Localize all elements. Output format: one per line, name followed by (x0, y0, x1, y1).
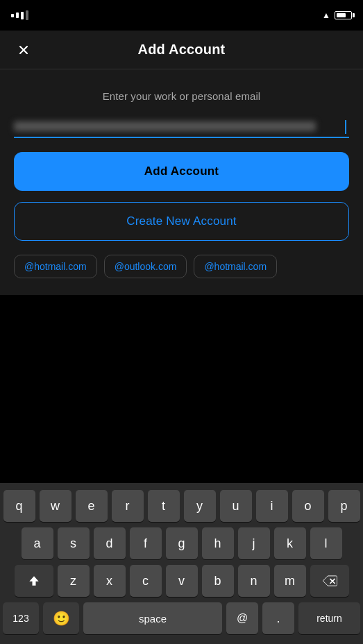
key-r[interactable]: r (112, 490, 144, 522)
key-v[interactable]: v (166, 565, 198, 597)
form-subtitle: Enter your work or personal email (14, 90, 349, 102)
key-b[interactable]: b (202, 565, 234, 597)
key-m[interactable]: m (274, 565, 306, 597)
key-z[interactable]: z (58, 565, 90, 597)
return-key[interactable]: return (298, 602, 360, 634)
shift-key[interactable] (15, 565, 53, 597)
battery-icon (335, 11, 352, 19)
key-j[interactable]: j (238, 527, 270, 559)
suggestion-hotmail[interactable]: @hotmail.com (14, 255, 97, 278)
key-y[interactable]: y (184, 490, 216, 522)
key-a[interactable]: a (22, 527, 53, 559)
key-f[interactable]: f (130, 527, 162, 559)
keyboard-row-2: a s d f g h j k l (3, 527, 360, 559)
battery-fill (337, 13, 346, 17)
main-content: Enter your work or personal email Add Ac… (0, 69, 363, 295)
email-input-container (14, 119, 349, 138)
suggestion-outlook[interactable]: @outlook.com (104, 255, 187, 278)
email-blurred-overlay (14, 121, 316, 131)
signal-bar-4 (26, 10, 28, 20)
key-d[interactable]: d (94, 527, 126, 559)
create-account-button[interactable]: Create New Account (14, 202, 349, 241)
key-i[interactable]: i (256, 490, 288, 522)
keyboard: q w e r t y u i o p a s d f g h j k l z … (0, 483, 363, 644)
key-p[interactable]: p (328, 490, 360, 522)
page-title: Add Account (138, 42, 226, 58)
signal-bar-2 (16, 12, 19, 18)
key-q[interactable]: q (3, 490, 35, 522)
key-n[interactable]: n (238, 565, 270, 597)
status-bar-right: ▲ (322, 10, 352, 20)
key-l[interactable]: l (310, 527, 342, 559)
key-k[interactable]: k (274, 527, 306, 559)
signal-indicator (11, 10, 28, 20)
period-key[interactable]: . (262, 602, 294, 634)
keyboard-row-1: q w e r t y u i o p (3, 490, 360, 522)
suggestion-hotmail-2[interactable]: @hotmail.com (194, 255, 277, 278)
emoji-key[interactable]: 🙂 (43, 602, 79, 634)
signal-bar-1 (11, 14, 14, 17)
status-bar: ▲ (0, 0, 363, 31)
key-s[interactable]: s (58, 527, 90, 559)
keyboard-row-4: 123 🙂 space @ . return (3, 602, 360, 634)
at-key[interactable]: @ (226, 602, 258, 634)
key-u[interactable]: u (220, 490, 252, 522)
key-x[interactable]: x (94, 565, 126, 597)
key-c[interactable]: c (130, 565, 162, 597)
wifi-icon: ▲ (322, 10, 330, 20)
keyboard-row-3: z x c v b n m (3, 565, 360, 597)
key-t[interactable]: t (148, 490, 180, 522)
key-w[interactable]: w (40, 490, 71, 522)
numbers-key[interactable]: 123 (3, 602, 39, 634)
input-cursor (345, 120, 346, 134)
key-o[interactable]: o (292, 490, 324, 522)
key-e[interactable]: e (76, 490, 108, 522)
add-account-button[interactable]: Add Account (14, 152, 349, 191)
close-button[interactable] (12, 39, 35, 61)
key-g[interactable]: g (166, 527, 198, 559)
space-key[interactable]: space (83, 602, 222, 634)
email-suggestions: @hotmail.com @outlook.com @hotmail.com (14, 255, 349, 281)
key-h[interactable]: h (202, 527, 234, 559)
delete-key[interactable] (310, 565, 349, 597)
signal-bar-3 (21, 12, 24, 19)
nav-header: Add Account (0, 31, 363, 69)
